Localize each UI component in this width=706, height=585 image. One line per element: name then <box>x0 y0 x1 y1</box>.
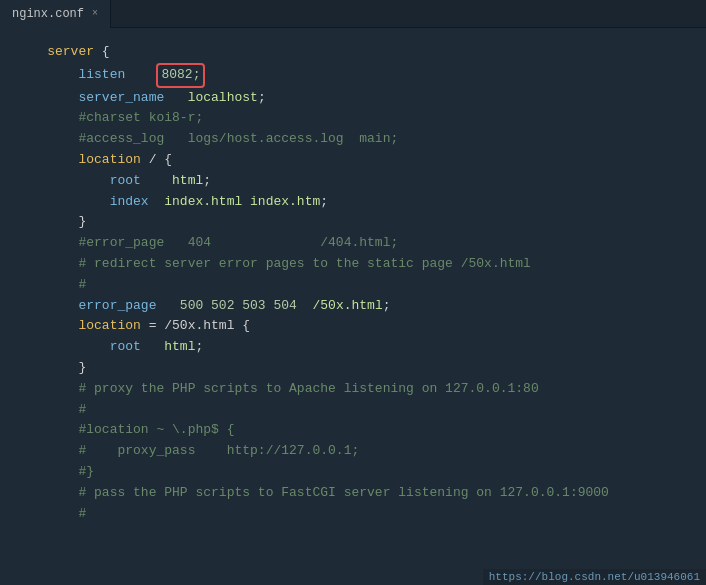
code-line: server { <box>0 42 706 63</box>
code-line: server_name localhost; <box>0 88 706 109</box>
highlighted-port: 8082; <box>156 63 205 88</box>
code-line: # proxy the PHP scripts to Apache listen… <box>0 379 706 400</box>
directive-token: error_page <box>78 298 156 313</box>
punct-token <box>141 173 172 188</box>
punct-token <box>164 90 187 105</box>
comment-token: # <box>78 402 86 417</box>
punct-token: } <box>78 214 86 229</box>
code-line: error_page 500 502 503 504 /50x.html; <box>0 296 706 317</box>
code-line: root html; <box>0 337 706 358</box>
directive-token: index <box>110 194 149 209</box>
directive-token: listen <box>78 67 125 82</box>
tab-label: nginx.conf <box>12 7 84 21</box>
value-token: localhost <box>188 90 258 105</box>
punct-token <box>297 298 313 313</box>
comment-token: #error_page 404 /404.html; <box>78 235 398 250</box>
directive-token: server_name <box>78 90 164 105</box>
punct-token <box>125 67 156 82</box>
code-line: } <box>0 358 706 379</box>
directive-token: root <box>110 339 141 354</box>
code-line: location / { <box>0 150 706 171</box>
code-line: # <box>0 400 706 421</box>
code-line: #location ~ \.php$ { <box>0 420 706 441</box>
code-line: # <box>0 275 706 296</box>
code-line: index index.html index.htm; <box>0 192 706 213</box>
kw-token: location <box>78 318 140 333</box>
value-token: index.html index.htm <box>164 194 320 209</box>
code-line: # redirect server error pages to the sta… <box>0 254 706 275</box>
path-token: /50x.html <box>312 298 382 313</box>
code-line: #} <box>0 462 706 483</box>
punct-token: ; <box>383 298 391 313</box>
code-line: #access_log logs/host.access.log main; <box>0 129 706 150</box>
punct-token: { <box>94 44 110 59</box>
comment-token: #location ~ \.php$ { <box>78 422 234 437</box>
comment-token: #charset koi8-r; <box>78 110 203 125</box>
value-token: html <box>172 173 203 188</box>
code-line: root html; <box>0 171 706 192</box>
punct-token: / { <box>141 152 172 167</box>
punct-token: ; <box>258 90 266 105</box>
punct-token: ; <box>203 173 211 188</box>
comment-token: # pass the PHP scripts to FastCGI server… <box>78 485 609 500</box>
code-line: #error_page 404 /404.html; <box>0 233 706 254</box>
comment-token: # <box>78 277 86 292</box>
directive-token: root <box>110 173 141 188</box>
code-line: # pass the PHP scripts to FastCGI server… <box>0 483 706 504</box>
comment-token: #} <box>78 464 94 479</box>
comment-token: # proxy the PHP scripts to Apache listen… <box>78 381 538 396</box>
punct-token <box>141 339 164 354</box>
code-line: location = /50x.html { <box>0 316 706 337</box>
code-line: #charset koi8-r; <box>0 108 706 129</box>
punct-token: = /50x.html { <box>141 318 250 333</box>
value-token: html <box>164 339 195 354</box>
punct-token: ; <box>195 339 203 354</box>
url-bar: https://blog.csdn.net/u013946061 <box>483 569 706 585</box>
tab-close-icon[interactable]: × <box>92 8 98 19</box>
kw-token: location <box>78 152 140 167</box>
code-line: listen 8082; <box>0 63 706 88</box>
kw-token: server <box>47 44 94 59</box>
number-token: 500 502 503 504 <box>180 298 297 313</box>
punct-token: ; <box>320 194 328 209</box>
code-line: # <box>0 504 706 525</box>
code-area: server { listen 8082; server_name localh… <box>0 28 706 538</box>
punct-token: } <box>78 360 86 375</box>
comment-token: # proxy_pass http://127.0.0.1; <box>78 443 359 458</box>
code-line: # proxy_pass http://127.0.0.1; <box>0 441 706 462</box>
tab-nginx-conf[interactable]: nginx.conf × <box>0 0 111 28</box>
comment-token: # redirect server error pages to the sta… <box>78 256 530 271</box>
comment-token: #access_log logs/host.access.log main; <box>78 131 398 146</box>
code-line: } <box>0 212 706 233</box>
tab-bar: nginx.conf × <box>0 0 706 28</box>
punct-token <box>149 194 165 209</box>
punct-token <box>156 298 179 313</box>
comment-token: # <box>78 506 86 521</box>
